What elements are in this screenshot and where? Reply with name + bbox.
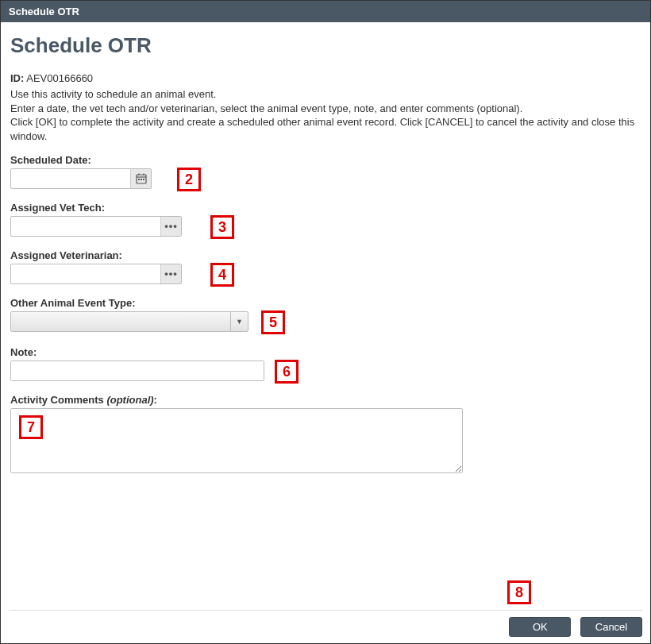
assigned-vet-tech-input-wrap: ••• xyxy=(10,216,182,237)
field-other-event-type: Other Animal Event Type: ▼ 5 xyxy=(10,297,641,334)
callout-7: 7 xyxy=(19,415,43,439)
field-activity-comments: Activity Comments (optional): 7 xyxy=(10,394,641,473)
field-scheduled-date: Scheduled Date: 2 xyxy=(10,154,641,189)
assigned-veterinarian-input-wrap: ••• xyxy=(10,264,182,284)
note-label: Note: xyxy=(10,346,641,358)
activity-comments-input[interactable] xyxy=(11,409,462,472)
assigned-vet-tech-input[interactable] xyxy=(11,217,160,236)
cancel-button[interactable]: Cancel xyxy=(580,617,642,637)
callout-5: 5 xyxy=(261,310,285,334)
ellipsis-icon[interactable]: ••• xyxy=(160,217,181,236)
footer: 8 OK Cancel xyxy=(9,610,642,637)
footer-divider xyxy=(9,610,642,611)
instructions-line-3: Click [OK] to complete the activity and … xyxy=(10,115,641,143)
other-event-type-select[interactable]: ▼ xyxy=(10,311,248,332)
activity-comments-wrap: 7 xyxy=(10,408,463,473)
id-row: ID: AEV00166660 xyxy=(10,72,641,84)
field-assigned-veterinarian: Assigned Veterinarian: ••• 4 xyxy=(10,249,641,284)
instructions-line-2: Enter a date, the vet tech and/or veteri… xyxy=(10,102,641,116)
field-assigned-vet-tech: Assigned Vet Tech: ••• 3 xyxy=(10,202,641,237)
assigned-veterinarian-label: Assigned Veterinarian: xyxy=(10,249,641,261)
instructions-line-1: Use this activity to schedule an animal … xyxy=(10,87,641,102)
activity-comments-label-optional: (optional) xyxy=(106,394,153,406)
window-title: Schedule OTR xyxy=(9,6,79,17)
footer-buttons: 8 OK Cancel xyxy=(9,617,642,637)
callout-8: 8 xyxy=(507,580,531,604)
id-label: ID: xyxy=(10,72,24,84)
calendar-icon[interactable] xyxy=(130,169,151,188)
ellipsis-icon[interactable]: ••• xyxy=(160,264,181,283)
other-event-type-value xyxy=(11,312,230,331)
page-heading: Schedule OTR xyxy=(10,33,641,58)
assigned-veterinarian-input[interactable] xyxy=(11,264,160,283)
scheduled-date-label: Scheduled Date: xyxy=(10,154,641,166)
chevron-down-icon[interactable]: ▼ xyxy=(230,312,248,331)
field-note: Note: 6 xyxy=(10,346,641,381)
activity-comments-label-colon: : xyxy=(154,394,157,406)
scheduled-date-input-wrap xyxy=(10,168,152,189)
instructions: Use this activity to schedule an animal … xyxy=(10,87,641,143)
note-input[interactable] xyxy=(11,361,264,380)
svg-rect-6 xyxy=(143,179,144,180)
svg-rect-4 xyxy=(138,179,140,180)
callout-2: 2 xyxy=(177,168,201,191)
window-titlebar: Schedule OTR xyxy=(1,1,650,22)
callout-4: 4 xyxy=(210,263,234,287)
scheduled-date-input[interactable] xyxy=(11,169,130,188)
callout-6: 6 xyxy=(275,360,299,384)
form-content: Schedule OTR ID: AEV00166660 Use this ac… xyxy=(1,22,650,473)
id-value: AEV00166660 xyxy=(26,72,93,84)
ok-button[interactable]: OK xyxy=(509,617,571,637)
note-input-wrap xyxy=(10,361,264,381)
activity-comments-label: Activity Comments (optional): xyxy=(10,394,641,406)
assigned-vet-tech-label: Assigned Vet Tech: xyxy=(10,202,641,214)
activity-comments-label-main: Activity Comments xyxy=(10,394,104,406)
callout-3: 3 xyxy=(210,215,234,239)
other-event-type-label: Other Animal Event Type: xyxy=(10,297,641,309)
svg-rect-5 xyxy=(141,179,142,180)
